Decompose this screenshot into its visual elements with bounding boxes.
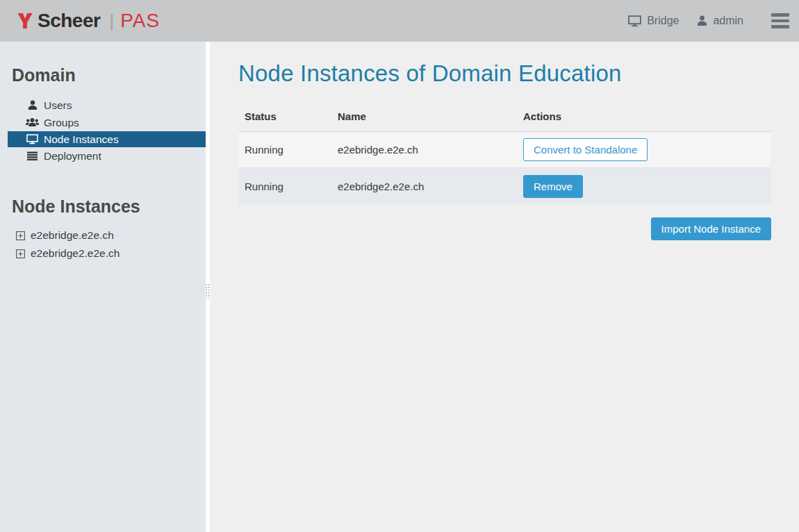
hamburger-menu-icon[interactable]: [771, 13, 789, 28]
user-icon: [697, 15, 707, 26]
actions-cell: Convert to Standalone: [517, 138, 771, 161]
top-header: Scheer | PAS Bridge admin: [0, 0, 799, 42]
table-header-row: Status Name Actions: [238, 110, 771, 132]
bridge-menu[interactable]: Bridge: [628, 15, 679, 27]
sidebar-item-node-instances[interactable]: Node Instances: [8, 131, 206, 147]
column-header-status: Status: [238, 110, 331, 122]
status-cell: Running: [238, 181, 331, 192]
brand-text: Scheer: [38, 10, 100, 32]
table-row: Running e2ebridge2.e2e.ch Remove: [238, 168, 771, 204]
bridge-label: Bridge: [647, 15, 679, 27]
scheer-logo-icon: [17, 12, 33, 30]
import-row: Import Node Instance: [238, 217, 771, 240]
list-icon: [25, 151, 40, 160]
sidebar-heading-node-instances: Node Instances: [12, 197, 206, 217]
column-header-name: Name: [331, 110, 517, 122]
page-title: Node Instances of Domain Education: [238, 60, 771, 87]
column-header-actions: Actions: [517, 110, 771, 122]
brand-separator: |: [109, 10, 114, 32]
sidebar-item-groups[interactable]: Groups: [8, 114, 206, 131]
product-text: PAS: [120, 10, 160, 32]
node-instances-table: Status Name Actions Running e2ebridge.e2…: [238, 110, 771, 204]
import-node-instance-button[interactable]: Import Node Instance: [651, 217, 771, 240]
plus-square-icon[interactable]: [16, 249, 25, 258]
remove-button[interactable]: Remove: [523, 175, 583, 198]
header-right: Bridge admin: [628, 13, 789, 28]
convert-to-standalone-button[interactable]: Convert to Standalone: [523, 138, 648, 161]
resizer-drag-handle-icon[interactable]: [206, 283, 210, 299]
plus-square-icon[interactable]: [16, 231, 25, 240]
sidebar-item-label: Node Instances: [44, 133, 119, 146]
monitor-icon: [25, 134, 40, 144]
users-icon: [25, 117, 40, 128]
monitor-icon: [628, 15, 641, 27]
sidebar: Domain Users: [0, 42, 206, 532]
tree-item-label: e2ebridge2.e2e.ch: [31, 247, 120, 260]
status-cell: Running: [238, 144, 331, 156]
name-cell: e2ebridge.e2e.ch: [331, 144, 517, 156]
name-cell: e2ebridge2.e2e.ch: [331, 181, 517, 192]
sidebar-heading-domain: Domain: [12, 65, 206, 85]
node-instances-tree: e2ebridge.e2e.ch e2ebridge2.e2e.ch: [0, 226, 206, 263]
table-row: Running e2ebridge.e2e.ch Convert to Stan…: [238, 132, 771, 168]
sidebar-item-label: Deployment: [44, 150, 101, 163]
page-body: Domain Users: [0, 42, 799, 532]
tree-item-e2ebridge2[interactable]: e2ebridge2.e2e.ch: [16, 244, 206, 263]
sidebar-item-label: Groups: [44, 117, 79, 129]
user-label: admin: [713, 15, 743, 27]
actions-cell: Remove: [517, 175, 771, 198]
tree-item-label: e2ebridge.e2e.ch: [31, 229, 114, 242]
tree-item-e2ebridge[interactable]: e2ebridge.e2e.ch: [16, 226, 206, 244]
sidebar-item-users[interactable]: Users: [8, 97, 206, 114]
sidebar-item-deployment[interactable]: Deployment: [8, 147, 206, 165]
sidebar-item-label: Users: [44, 99, 72, 112]
user-menu[interactable]: admin: [697, 15, 743, 27]
user-icon: [25, 100, 40, 110]
sidebar-resizer[interactable]: [206, 42, 210, 532]
scheer-pas-logo: Scheer | PAS: [17, 10, 160, 32]
domain-nav: Users Groups: [0, 97, 206, 165]
main-content: Node Instances of Domain Education Statu…: [210, 42, 799, 532]
